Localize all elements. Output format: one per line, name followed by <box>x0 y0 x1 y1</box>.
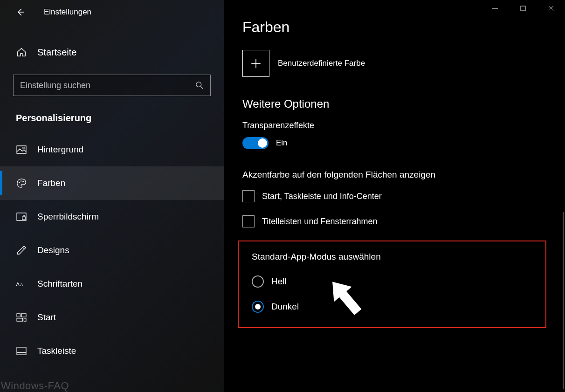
sidebar-item-themes[interactable]: Designs <box>0 234 224 267</box>
svg-line-1 <box>201 87 203 89</box>
svg-point-5 <box>21 180 21 181</box>
toggle-state-label: Ein <box>276 138 288 148</box>
highlight-annotation: Standard-App-Modus auswählen Hell Dunkel <box>238 241 546 328</box>
svg-rect-15 <box>17 347 26 355</box>
search-input[interactable] <box>20 81 191 90</box>
sidebar-home[interactable]: Startseite <box>0 38 224 66</box>
svg-text:A: A <box>20 282 23 287</box>
accent-surfaces-heading: Akzentfarbe auf den folgenden Flächen an… <box>242 170 565 180</box>
checkbox-icon <box>242 190 255 202</box>
page-title: Farben <box>242 19 565 36</box>
sidebar: Einstellungen Startseite Personalisierun… <box>0 0 224 392</box>
minimize-button[interactable] <box>481 0 509 17</box>
svg-rect-13 <box>17 318 23 321</box>
palette-icon <box>16 178 27 188</box>
svg-rect-14 <box>24 318 26 321</box>
sidebar-item-label: Sperrbildschirm <box>37 212 99 222</box>
sidebar-item-label: Farben <box>37 178 65 188</box>
svg-rect-8 <box>22 217 25 220</box>
search-icon <box>195 81 204 89</box>
home-icon <box>16 47 27 57</box>
transparency-toggle[interactable] <box>242 137 269 149</box>
settings-window: Einstellungen Startseite Personalisierun… <box>0 0 565 392</box>
app-mode-radio-dark[interactable]: Dunkel <box>252 297 537 316</box>
window-controls <box>481 0 565 17</box>
brush-icon <box>16 245 27 255</box>
sidebar-item-label: Taskleiste <box>37 346 76 356</box>
custom-color-button[interactable]: Benutzerdefinierte Farbe <box>242 50 565 77</box>
app-title: Einstellungen <box>44 7 91 17</box>
maximize-button[interactable] <box>509 0 537 17</box>
radio-label: Hell <box>271 276 287 287</box>
close-button[interactable] <box>537 0 565 17</box>
checkbox-label: Start, Taskleiste und Info-Center <box>262 192 382 201</box>
radio-icon <box>252 275 264 288</box>
accent-checkbox-start[interactable]: Start, Taskleiste und Info-Center <box>242 190 565 202</box>
svg-point-4 <box>19 182 20 183</box>
radio-label: Dunkel <box>271 302 299 312</box>
accent-checkbox-titlebars[interactable]: Titelleisten und Fensterrahmen <box>242 215 565 227</box>
svg-rect-2 <box>17 146 26 153</box>
svg-point-0 <box>196 82 201 87</box>
sidebar-item-label: Designs <box>37 245 69 255</box>
main-content: Farben Benutzerdefinierte Farbe Weitere … <box>224 0 565 392</box>
sidebar-item-taskbar[interactable]: Taskleiste <box>0 334 224 368</box>
app-mode-heading: Standard-App-Modus auswählen <box>252 252 537 262</box>
lockscreen-icon <box>16 213 27 221</box>
radio-icon <box>252 301 264 313</box>
sidebar-item-start[interactable]: Start <box>0 301 224 334</box>
svg-rect-12 <box>21 314 26 317</box>
svg-point-6 <box>22 181 23 182</box>
svg-text:A: A <box>16 281 20 288</box>
category-title: Personalisierung <box>16 113 224 124</box>
checkbox-label: Titelleisten und Fensterrahmen <box>262 217 377 227</box>
custom-color-label: Benutzerdefinierte Farbe <box>278 59 365 68</box>
sidebar-item-label: Start <box>37 312 56 323</box>
app-mode-radio-light[interactable]: Hell <box>252 272 537 291</box>
back-arrow-icon <box>16 7 25 17</box>
taskbar-icon <box>16 347 27 355</box>
more-options-heading: Weitere Optionen <box>242 97 565 110</box>
scrollbar[interactable] <box>563 212 564 389</box>
home-label: Startseite <box>37 47 76 58</box>
picture-icon <box>16 145 27 154</box>
sidebar-item-label: Hintergrund <box>37 144 83 155</box>
svg-rect-21 <box>521 6 525 11</box>
sidebar-item-lockscreen[interactable]: Sperrbildschirm <box>0 200 224 234</box>
watermark: Windows-FAQ <box>1 380 69 392</box>
back-button[interactable] <box>16 7 31 17</box>
sidebar-item-background[interactable]: Hintergrund <box>0 133 224 166</box>
svg-rect-11 <box>17 314 20 317</box>
sidebar-nav: Hintergrund Farben Sperrbildschirm Desig… <box>0 133 224 368</box>
sidebar-item-label: Schriftarten <box>37 279 83 289</box>
plus-icon <box>242 50 269 77</box>
toggle-knob <box>258 138 267 148</box>
header-row: Einstellungen <box>0 0 224 24</box>
arrow-annotation-icon <box>318 272 374 323</box>
font-icon: AA <box>16 279 27 289</box>
svg-marker-19 <box>324 274 367 319</box>
sidebar-item-colors[interactable]: Farben <box>0 166 224 200</box>
search-box[interactable] <box>13 75 211 96</box>
sidebar-item-fonts[interactable]: AA Schriftarten <box>0 267 224 301</box>
transparency-label: Transparenzeffekte <box>242 121 565 131</box>
start-tiles-icon <box>16 313 27 322</box>
checkbox-icon <box>242 215 255 227</box>
transparency-toggle-row: Ein <box>242 137 565 149</box>
svg-point-3 <box>23 147 25 149</box>
